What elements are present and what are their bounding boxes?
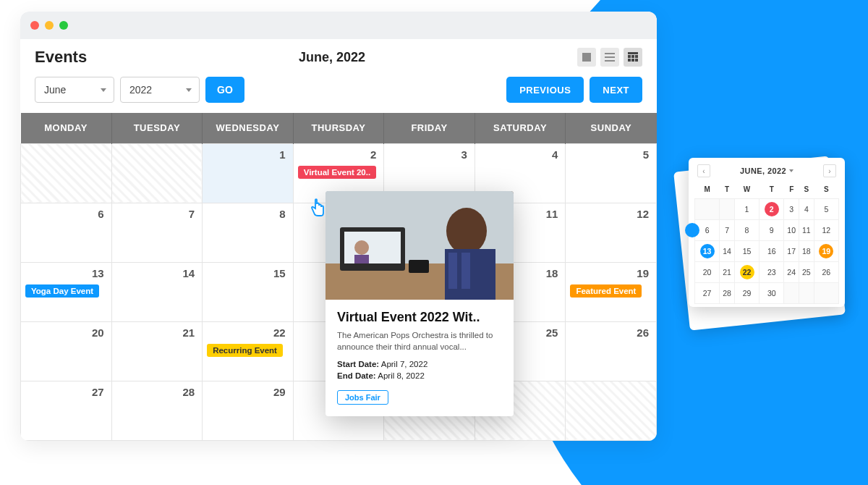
mini-calendar-cell[interactable]: 19 xyxy=(814,240,838,261)
calendar-cell[interactable]: 8 xyxy=(203,203,294,262)
day-number: 3 xyxy=(461,148,467,161)
mini-calendar-cell[interactable]: 18 xyxy=(799,240,814,261)
mini-calendar-cell[interactable]: 7 xyxy=(720,219,735,240)
calendar-cell[interactable] xyxy=(566,381,657,440)
mini-calendar-cell[interactable]: 9 xyxy=(760,219,784,240)
year-select[interactable]: 2022 xyxy=(120,77,200,103)
mini-calendar-cell[interactable]: 13 xyxy=(695,240,720,261)
calendar-cell[interactable] xyxy=(21,143,112,203)
weekday-header: FRIDAY xyxy=(384,113,475,143)
calendar-cell[interactable]: 26 xyxy=(566,321,657,381)
calendar-cell[interactable]: 28 xyxy=(111,381,203,440)
day-number: 19 xyxy=(637,267,649,279)
mini-calendar-cell[interactable]: 16 xyxy=(760,240,784,261)
mini-calendar-cell[interactable]: 25 xyxy=(799,261,814,282)
svg-rect-6 xyxy=(631,55,634,58)
list-view-button[interactable] xyxy=(600,48,619,67)
calendar-cell[interactable]: 19Featured Event xyxy=(566,262,657,321)
calendar-cell[interactable]: 12 xyxy=(566,203,657,262)
weekday-header: MONDAY xyxy=(21,113,112,143)
mini-month-label[interactable]: JUNE, 2022 xyxy=(740,166,793,175)
svg-rect-7 xyxy=(635,55,638,58)
calendar-cell[interactable]: 13Yoga Day Event xyxy=(21,262,112,321)
calendar-cell[interactable]: 14 xyxy=(111,262,203,321)
calendar-view-button[interactable] xyxy=(624,48,642,67)
day-number: 6 xyxy=(98,208,103,220)
calendar-cell[interactable]: 20 xyxy=(21,321,112,381)
mini-prev-button[interactable]: ‹ xyxy=(697,164,710,177)
mini-calendar-cell[interactable]: 17 xyxy=(784,240,799,261)
weekday-header: SATURDAY xyxy=(475,113,566,143)
calendar-cell[interactable]: 5 xyxy=(566,143,657,203)
day-number: 7 xyxy=(189,208,195,220)
go-button[interactable]: GO xyxy=(205,77,244,103)
calendar-cell[interactable]: 6 xyxy=(21,203,112,262)
mini-calendar-cell[interactable]: 26 xyxy=(814,261,838,282)
next-button[interactable]: NEXT xyxy=(590,77,642,103)
mini-calendar-cell[interactable] xyxy=(799,282,814,303)
svg-rect-4 xyxy=(628,52,638,54)
mini-calendar-cell[interactable]: 29 xyxy=(734,282,759,303)
svg-rect-14 xyxy=(344,232,401,263)
year-select-value: 2022 xyxy=(129,84,152,96)
mini-calendar-cell[interactable]: 23 xyxy=(760,261,784,282)
calendar-cell[interactable] xyxy=(111,143,203,203)
window-titlebar xyxy=(20,12,657,39)
mini-calendar-cell[interactable]: 5 xyxy=(814,198,838,219)
mini-calendar-cell[interactable]: 8 xyxy=(734,219,759,240)
calendar-cell[interactable]: 27 xyxy=(21,381,112,440)
event-chip[interactable]: Yoga Day Event xyxy=(25,284,99,298)
mini-calendar-cell[interactable]: 10 xyxy=(784,219,799,240)
mini-calendar-cell[interactable]: 12 xyxy=(814,219,838,240)
day-number: 29 xyxy=(273,386,286,398)
mini-calendar-cell[interactable]: 22 xyxy=(734,261,759,282)
weekday-header: WEDNESDAY xyxy=(203,113,294,143)
event-popover: Virtual Event 2022 Wit.. The American Po… xyxy=(326,191,514,416)
mini-calendar-cell[interactable]: 21 xyxy=(720,261,735,282)
mini-calendar-cell[interactable]: 14 xyxy=(720,240,735,261)
minimize-icon[interactable] xyxy=(45,21,54,30)
mini-next-button[interactable]: › xyxy=(823,164,836,177)
mini-calendar-cell[interactable] xyxy=(695,198,720,219)
mini-calendar-cell[interactable]: 11 xyxy=(799,219,814,240)
mini-calendar-cell[interactable]: 15 xyxy=(734,240,759,261)
mini-calendar-cell[interactable]: 30 xyxy=(760,282,784,303)
tile-view-button[interactable] xyxy=(577,48,596,67)
header: Events June, 2022 xyxy=(20,39,657,71)
mini-calendar-cell[interactable] xyxy=(720,198,735,219)
mini-calendar-cell[interactable]: 28 xyxy=(720,282,735,303)
calendar-cell[interactable]: 7 xyxy=(111,203,203,262)
mini-calendar-cell[interactable]: 20 xyxy=(695,261,720,282)
mini-calendar-cell[interactable]: 24 xyxy=(784,261,799,282)
event-chip[interactable]: Virtual Event 20.. xyxy=(298,166,376,179)
popover-description: The American Pops Orchestra is thrilled … xyxy=(337,329,502,353)
maximize-icon[interactable] xyxy=(59,21,68,30)
calendar-cell[interactable]: 21 xyxy=(111,321,203,381)
popover-start-date: Start Date: April 7, 2022 xyxy=(337,360,502,368)
calendar-cell[interactable]: 15 xyxy=(203,262,294,321)
calendar-cell[interactable]: 1 xyxy=(203,143,294,203)
mini-calendar-cell[interactable]: 2 xyxy=(760,198,784,219)
popover-end-date: End Date: April 8, 2022 xyxy=(337,371,502,380)
popover-category-tag[interactable]: Jobs Fair xyxy=(337,390,388,405)
mini-calendar-cell[interactable] xyxy=(784,282,799,303)
mini-calendar-cell[interactable]: 1 xyxy=(734,198,759,219)
previous-button[interactable]: PREVIOUS xyxy=(506,77,584,103)
svg-rect-5 xyxy=(628,55,631,58)
day-number: 5 xyxy=(643,148,649,161)
mini-calendar-cell[interactable]: 4 xyxy=(799,198,814,219)
page-title: Events xyxy=(35,48,87,67)
mini-calendar-cell[interactable]: 27 xyxy=(695,282,720,303)
close-icon[interactable] xyxy=(30,21,39,30)
mini-calendar-cell[interactable] xyxy=(814,282,838,303)
event-chip[interactable]: Recurring Event xyxy=(207,344,283,357)
mini-calendar: ‹ JUNE, 2022 › MTWTFSS 12345678910111213… xyxy=(689,158,845,307)
event-chip[interactable]: Featured Event xyxy=(570,284,642,298)
month-select[interactable]: June xyxy=(35,77,114,103)
mini-calendar-cell[interactable]: 6 xyxy=(695,219,720,240)
calendar-cell[interactable]: 29 xyxy=(203,381,294,440)
mini-calendar-cell[interactable]: 3 xyxy=(784,198,799,219)
mini-event-dot: 22 xyxy=(740,265,754,279)
calendar-cell[interactable]: 22Recurring Event xyxy=(203,321,294,381)
day-number: 14 xyxy=(182,267,195,279)
